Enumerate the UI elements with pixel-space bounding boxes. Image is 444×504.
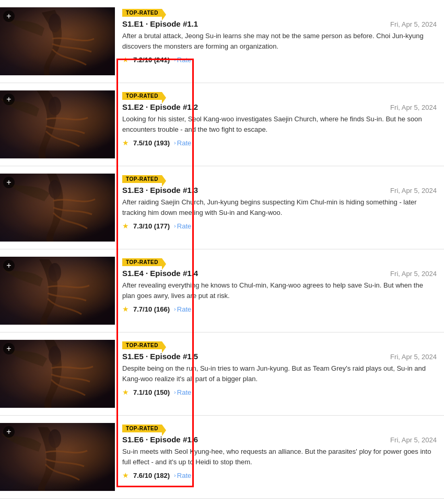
episode-item-wrapper-3: +TOP-RATEDS1.E3 · Episode #1.3Fri, Apr 5…: [0, 166, 444, 249]
rate-label-3: Rate: [177, 222, 191, 230]
episode-rating-4: 7.7/10 (166): [133, 305, 170, 313]
rate-link-3[interactable]: ›Rate: [174, 222, 191, 230]
episode-content-4: TOP-RATEDS1.E4 · Episode #1.4Fri, Apr 5,…: [115, 257, 444, 325]
episode-title-row-3: S1.E3 · Episode #1.3Fri, Apr 5, 2024: [122, 186, 437, 194]
rate-label-1: Rate: [177, 56, 191, 64]
episode-description-1: After a brutal attack, Jeong Su-in learn…: [122, 31, 437, 51]
episode-date-3: Fri, Apr 5, 2024: [390, 187, 437, 194]
episode-content-5: TOP-RATEDS1.E5 · Episode #1.5Fri, Apr 5,…: [115, 340, 444, 408]
add-to-watchlist-button-3[interactable]: +: [3, 177, 15, 188]
episode-rating-1: 7.2/10 (241): [133, 56, 170, 64]
star-icon-3: ★: [122, 222, 129, 230]
episode-rating-2: 7.5/10 (193): [133, 139, 170, 147]
episode-description-5: Despite being on the run, Su-in tries to…: [122, 363, 437, 384]
top-rated-badge-3: TOP-RATED: [122, 175, 162, 183]
rate-link-5[interactable]: ›Rate: [174, 388, 191, 396]
rate-link-1[interactable]: ›Rate: [174, 56, 191, 64]
top-rated-badge-5: TOP-RATED: [122, 341, 162, 349]
rate-link-4[interactable]: ›Rate: [174, 305, 191, 313]
episode-content-3: TOP-RATEDS1.E3 · Episode #1.3Fri, Apr 5,…: [115, 174, 444, 242]
episode-content-1: TOP-RATEDS1.E1 · Episode #1.1Fri, Apr 5,…: [115, 7, 444, 75]
episode-rating-row-4: ★7.7/10 (166)›Rate: [122, 305, 437, 313]
star-icon-6: ★: [122, 471, 129, 479]
top-rated-badge-6: TOP-RATED: [122, 425, 162, 432]
rate-chevron-icon-6: ›: [174, 472, 176, 478]
episode-item-wrapper-5: +TOP-RATEDS1.E5 · Episode #1.5Fri, Apr 5…: [0, 333, 444, 416]
episode-content-6: TOP-RATEDS1.E6 · Episode #1.6Fri, Apr 5,…: [115, 423, 444, 491]
episode-rating-row-5: ★7.1/10 (150)›Rate: [122, 388, 437, 396]
episode-item-5: +TOP-RATEDS1.E5 · Episode #1.5Fri, Apr 5…: [0, 333, 444, 416]
episode-rating-5: 7.1/10 (150): [133, 388, 170, 396]
star-icon-2: ★: [122, 139, 129, 147]
top-rated-badge-1: TOP-RATED: [122, 9, 162, 17]
episode-item-3: +TOP-RATEDS1.E3 · Episode #1.3Fri, Apr 5…: [0, 166, 444, 249]
add-to-watchlist-button-4[interactable]: +: [3, 260, 15, 271]
episode-thumbnail-6: +: [0, 423, 115, 491]
rate-label-6: Rate: [177, 472, 191, 479]
episode-item-wrapper-2: +TOP-RATEDS1.E2 · Episode #1.2Fri, Apr 5…: [0, 83, 444, 166]
add-to-watchlist-button-5[interactable]: +: [3, 343, 15, 354]
rate-chevron-icon-2: ›: [174, 140, 176, 146]
episode-description-4: After revealing everything he knows to C…: [122, 280, 437, 301]
rate-label-5: Rate: [177, 388, 191, 396]
episode-description-6: Su-in meets with Seol Kyung-hee, who req…: [122, 446, 437, 467]
episode-date-6: Fri, Apr 5, 2024: [390, 436, 437, 444]
episode-rating-6: 7.6/10 (182): [133, 472, 170, 479]
rate-label-2: Rate: [177, 139, 191, 147]
episode-date-5: Fri, Apr 5, 2024: [390, 353, 437, 361]
episode-rating-3: 7.3/10 (177): [133, 222, 170, 230]
episode-title-row-6: S1.E6 · Episode #1.6Fri, Apr 5, 2024: [122, 435, 437, 444]
episode-title-row-1: S1.E1 · Episode #1.1Fri, Apr 5, 2024: [122, 19, 437, 28]
episode-thumbnail-5: +: [0, 340, 115, 408]
episode-rating-row-2: ★7.5/10 (193)›Rate: [122, 139, 437, 147]
episode-date-1: Fri, Apr 5, 2024: [390, 20, 437, 28]
add-to-watchlist-button-1[interactable]: +: [3, 10, 15, 22]
episode-title-1[interactable]: S1.E1 · Episode #1.1: [122, 19, 198, 28]
rate-link-2[interactable]: ›Rate: [174, 139, 191, 147]
episode-thumbnail-1: +: [0, 7, 115, 75]
episode-item-wrapper-6: +TOP-RATEDS1.E6 · Episode #1.6Fri, Apr 5…: [0, 416, 444, 499]
episode-date-4: Fri, Apr 5, 2024: [390, 270, 437, 278]
episode-title-row-5: S1.E5 · Episode #1.5Fri, Apr 5, 2024: [122, 352, 437, 361]
add-to-watchlist-button-6[interactable]: +: [3, 426, 15, 438]
episode-thumbnail-3: +: [0, 174, 115, 242]
rate-link-6[interactable]: ›Rate: [174, 472, 191, 479]
episode-rating-row-1: ★7.2/10 (241)›Rate: [122, 55, 437, 64]
rate-label-4: Rate: [177, 305, 191, 313]
rate-chevron-icon-5: ›: [174, 389, 176, 395]
episode-list: +TOP-RATEDS1.E1 · Episode #1.1Fri, Apr 5…: [0, 0, 444, 499]
episode-item-wrapper-4: +TOP-RATEDS1.E4 · Episode #1.4Fri, Apr 5…: [0, 249, 444, 333]
top-rated-badge-4: TOP-RATED: [122, 258, 162, 266]
episode-title-2[interactable]: S1.E2 · Episode #1.2: [122, 102, 198, 111]
episode-item-wrapper-1: +TOP-RATEDS1.E1 · Episode #1.1Fri, Apr 5…: [0, 0, 444, 83]
episode-description-3: After raiding Saejin Church, Jun-kyung b…: [122, 197, 437, 217]
episode-title-3[interactable]: S1.E3 · Episode #1.3: [122, 186, 198, 194]
episode-title-4[interactable]: S1.E4 · Episode #1.4: [122, 269, 198, 278]
episode-rating-row-6: ★7.6/10 (182)›Rate: [122, 471, 437, 479]
add-to-watchlist-button-2[interactable]: +: [3, 94, 15, 105]
star-icon-1: ★: [122, 55, 129, 64]
episode-title-row-2: S1.E2 · Episode #1.2Fri, Apr 5, 2024: [122, 102, 437, 111]
episode-thumbnail-4: +: [0, 257, 115, 325]
episode-content-2: TOP-RATEDS1.E2 · Episode #1.2Fri, Apr 5,…: [115, 90, 444, 158]
episode-title-5[interactable]: S1.E5 · Episode #1.5: [122, 352, 198, 361]
episode-title-6[interactable]: S1.E6 · Episode #1.6: [122, 435, 198, 444]
episode-thumbnail-2: +: [0, 90, 115, 158]
top-rated-badge-2: TOP-RATED: [122, 92, 162, 100]
rate-chevron-icon-4: ›: [174, 306, 176, 312]
episode-item-1: +TOP-RATEDS1.E1 · Episode #1.1Fri, Apr 5…: [0, 0, 444, 83]
rate-chevron-icon-3: ›: [174, 223, 176, 229]
star-icon-5: ★: [122, 388, 129, 396]
star-icon-4: ★: [122, 305, 129, 313]
rate-chevron-icon-1: ›: [174, 56, 176, 63]
episode-rating-row-3: ★7.3/10 (177)›Rate: [122, 222, 437, 230]
episode-title-row-4: S1.E4 · Episode #1.4Fri, Apr 5, 2024: [122, 269, 437, 278]
episode-item-6: +TOP-RATEDS1.E6 · Episode #1.6Fri, Apr 5…: [0, 416, 444, 499]
episode-item-2: +TOP-RATEDS1.E2 · Episode #1.2Fri, Apr 5…: [0, 83, 444, 166]
episode-description-2: Looking for his sister, Seol Kang-woo in…: [122, 114, 437, 134]
episode-item-4: +TOP-RATEDS1.E4 · Episode #1.4Fri, Apr 5…: [0, 249, 444, 333]
episode-date-2: Fri, Apr 5, 2024: [390, 104, 437, 111]
